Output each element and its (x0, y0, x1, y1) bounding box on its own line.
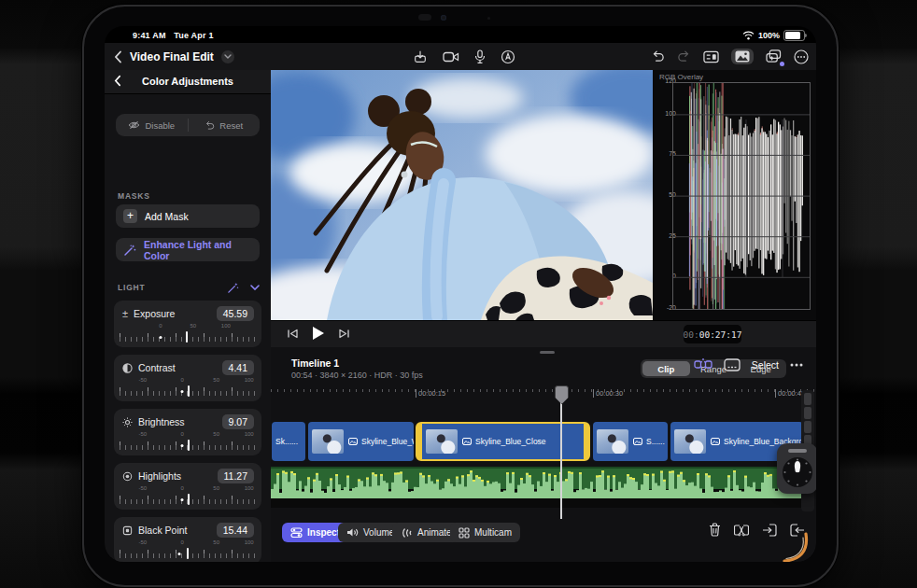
snapping-icon[interactable] (694, 357, 712, 371)
ruler-label-15s: 00:00:15 (416, 389, 445, 398)
black-point-label: Black Point (138, 525, 211, 536)
black-point-value[interactable]: 15.44 (217, 523, 254, 538)
clip-2[interactable]: Skyline_Blue_Wide (308, 422, 414, 461)
record-audio-icon[interactable] (474, 49, 486, 64)
highlights-value[interactable]: 11.27 (218, 469, 255, 483)
timeline-meta: 00:54 · 3840 × 2160 · HDR · 30 fps (291, 371, 423, 380)
highlights-label: Highlights (138, 470, 212, 482)
clip-thumbnail (597, 429, 628, 454)
import-media-icon[interactable] (413, 49, 428, 64)
highlights-icon (122, 471, 133, 482)
play-icon[interactable] (311, 326, 325, 341)
clip-thumbnail (426, 429, 458, 454)
timecode-display: 00:00:27:17 (684, 325, 741, 343)
brightness-icon (122, 417, 133, 427)
clip-thumbnail (312, 429, 344, 454)
pencil-stroke-decoration (775, 526, 816, 562)
redo-icon[interactable] (677, 49, 691, 63)
project-title: Video Final Edit (130, 50, 214, 63)
jog-handle-bar (788, 449, 807, 453)
enhance-label: Enhance Light and Color (144, 239, 260, 261)
clip-4[interactable]: S...... (593, 422, 668, 461)
multicam-icon (458, 527, 470, 539)
light-section-row: LIGHT (118, 280, 260, 295)
status-time: 9:41 AM (133, 31, 166, 40)
more-options-icon[interactable] (794, 49, 809, 64)
disable-reset-control: Disable Reset (116, 114, 260, 136)
exposure-value[interactable]: 45.59 (217, 306, 254, 321)
back-button[interactable] (114, 50, 122, 63)
black-point-slider[interactable]: -50 0 50 100 (120, 539, 256, 560)
exposure-icon: ± (122, 308, 128, 319)
waveform-chart (672, 82, 811, 310)
timeline-title: Timeline 1 (291, 357, 339, 369)
delete-clip-icon[interactable] (709, 523, 721, 537)
timeline-resize-handle[interactable] (540, 351, 555, 354)
multicam-button[interactable]: Multicam (450, 523, 520, 542)
video-preview[interactable] (271, 70, 653, 320)
battery-icon (783, 30, 805, 41)
effects-badge-dot (780, 62, 784, 66)
brightness-slider[interactable]: -50 0 50 100 (120, 431, 256, 452)
ipad-screen: 9:41 AM Tue Apr 1 100% Video Fi (105, 26, 816, 562)
enhance-light-color-button[interactable]: Enhance Light and Color (116, 238, 260, 261)
wifi-icon (742, 31, 755, 40)
select-button[interactable]: Select (752, 359, 779, 371)
clip-appearance-icon[interactable] (724, 358, 741, 371)
contrast-label: Contrast (138, 362, 217, 373)
audio-track[interactable] (271, 467, 803, 508)
reset-icon (205, 120, 215, 131)
media-library-icon[interactable] (731, 49, 754, 64)
volume-icon (346, 527, 359, 538)
disable-button[interactable]: Disable (116, 120, 188, 131)
blade-split-icon[interactable] (734, 524, 749, 537)
skip-back-icon[interactable] (287, 328, 299, 340)
jog-wheel[interactable] (777, 443, 816, 494)
reset-button[interactable]: Reset (189, 120, 261, 131)
black-point-icon (122, 525, 133, 536)
preview-frame-image (271, 70, 653, 320)
rgb-overlay-scope: RGB Overlay 120 100 75 50 25 0 -20 (653, 70, 816, 320)
light-collapse-chevron-icon[interactable] (250, 285, 260, 290)
exposure-slider[interactable]: 0 50 100 (120, 323, 256, 343)
eye-off-icon (128, 120, 140, 130)
adjustment-exposure: ± Exposure 45.59 0 50 100 (114, 301, 261, 347)
stage: 9:41 AM Tue Apr 1 100% Video Fi (0, 0, 917, 588)
exposure-label: Exposure (134, 308, 211, 319)
color-adjustments-panel: Color Adjustments Disable Reset (105, 70, 272, 562)
masks-heading: MASKS (118, 191, 150, 201)
front-camera (418, 14, 431, 21)
inspect-icon (290, 527, 303, 538)
status-date: Tue Apr 1 (174, 31, 213, 40)
undo-icon[interactable] (651, 49, 665, 63)
adjustment-black-point: Black Point 15.44 -50 0 50 100 (114, 517, 261, 562)
browser-panel-icon[interactable] (703, 50, 719, 63)
adjustment-highlights: Highlights 11.27 -50 0 50 100 (114, 463, 261, 510)
skip-forward-icon[interactable] (338, 328, 350, 340)
timeline-more-icon[interactable] (790, 363, 803, 367)
brightness-value[interactable]: 9.07 (222, 414, 254, 429)
pencil-tools-icon[interactable] (501, 49, 515, 64)
contrast-slider[interactable]: -50 0 50 100 (120, 377, 256, 398)
contrast-value[interactable]: 4.41 (222, 360, 254, 375)
jog-dial (781, 455, 814, 489)
transport-bar: 00:00:27:17 74 % (271, 320, 816, 349)
effects-icon[interactable] (766, 49, 782, 63)
mode-clip[interactable]: Clip (642, 361, 690, 376)
clip-1[interactable]: Sk...... (272, 422, 305, 461)
project-menu-button[interactable] (221, 50, 234, 63)
adjustment-brightness: Brightness 9.07 -50 0 50 100 (114, 409, 261, 455)
light-auto-enhance-icon[interactable] (227, 282, 239, 294)
add-mask-button[interactable]: + Add Mask (116, 204, 260, 228)
timeline-ruler[interactable]: 00:00:15 00:00:30 00:00:45 (271, 387, 816, 403)
highlights-slider[interactable]: -50 0 50 100 (120, 485, 256, 506)
clip-3-selected[interactable]: Skyline_Blue_Close (416, 422, 590, 461)
ruler-label-30s: 00:00:30 (593, 389, 623, 398)
adjustment-contrast: Contrast 4.41 -50 0 50 100 (114, 355, 261, 401)
add-mask-label: Add Mask (145, 211, 189, 222)
brightness-label: Brightness (138, 416, 217, 427)
contrast-icon (122, 363, 133, 373)
plus-icon: + (123, 209, 137, 223)
sensor-dot (487, 17, 490, 20)
record-video-icon[interactable] (443, 50, 459, 63)
